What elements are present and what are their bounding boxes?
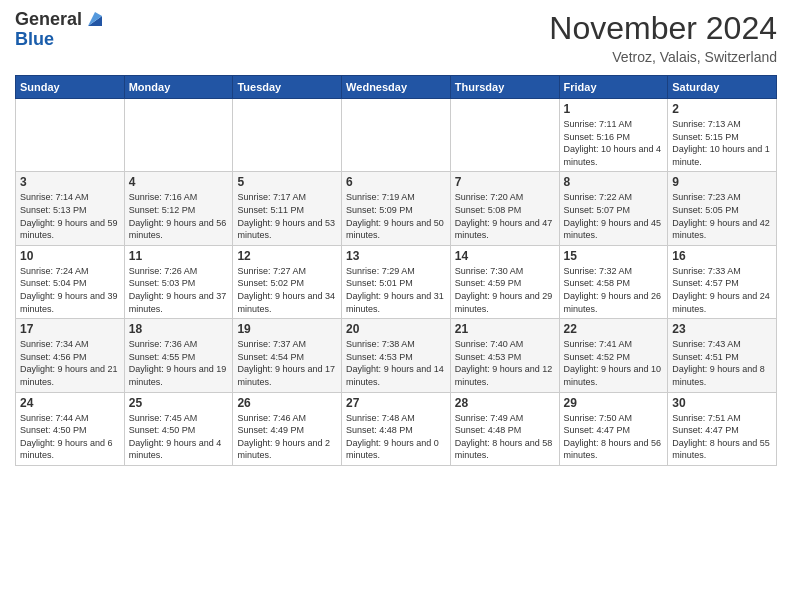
day-info: Sunrise: 7:36 AM Sunset: 4:55 PM Dayligh…	[129, 338, 229, 388]
page: General Blue November 2024 Vetroz, Valai…	[0, 0, 792, 612]
calendar-cell: 9Sunrise: 7:23 AM Sunset: 5:05 PM Daylig…	[668, 172, 777, 245]
logo-blue: Blue	[15, 30, 106, 50]
calendar-week-2: 3Sunrise: 7:14 AM Sunset: 5:13 PM Daylig…	[16, 172, 777, 245]
calendar-week-1: 1Sunrise: 7:11 AM Sunset: 5:16 PM Daylig…	[16, 99, 777, 172]
calendar-cell: 4Sunrise: 7:16 AM Sunset: 5:12 PM Daylig…	[124, 172, 233, 245]
calendar-cell: 22Sunrise: 7:41 AM Sunset: 4:52 PM Dayli…	[559, 319, 668, 392]
calendar-cell: 8Sunrise: 7:22 AM Sunset: 5:07 PM Daylig…	[559, 172, 668, 245]
day-info: Sunrise: 7:13 AM Sunset: 5:15 PM Dayligh…	[672, 118, 772, 168]
day-number: 3	[20, 175, 120, 189]
day-number: 18	[129, 322, 229, 336]
location: Vetroz, Valais, Switzerland	[549, 49, 777, 65]
day-info: Sunrise: 7:51 AM Sunset: 4:47 PM Dayligh…	[672, 412, 772, 462]
title-block: November 2024 Vetroz, Valais, Switzerlan…	[549, 10, 777, 65]
day-number: 8	[564, 175, 664, 189]
calendar-cell: 14Sunrise: 7:30 AM Sunset: 4:59 PM Dayli…	[450, 245, 559, 318]
logo: General Blue	[15, 10, 106, 50]
calendar-cell	[16, 99, 125, 172]
day-number: 12	[237, 249, 337, 263]
calendar-cell: 17Sunrise: 7:34 AM Sunset: 4:56 PM Dayli…	[16, 319, 125, 392]
day-number: 7	[455, 175, 555, 189]
day-info: Sunrise: 7:17 AM Sunset: 5:11 PM Dayligh…	[237, 191, 337, 241]
day-info: Sunrise: 7:43 AM Sunset: 4:51 PM Dayligh…	[672, 338, 772, 388]
day-number: 26	[237, 396, 337, 410]
day-info: Sunrise: 7:29 AM Sunset: 5:01 PM Dayligh…	[346, 265, 446, 315]
day-number: 28	[455, 396, 555, 410]
day-info: Sunrise: 7:23 AM Sunset: 5:05 PM Dayligh…	[672, 191, 772, 241]
logo-general: General	[15, 10, 82, 30]
header: General Blue November 2024 Vetroz, Valai…	[15, 10, 777, 65]
calendar-cell: 20Sunrise: 7:38 AM Sunset: 4:53 PM Dayli…	[342, 319, 451, 392]
calendar-cell: 21Sunrise: 7:40 AM Sunset: 4:53 PM Dayli…	[450, 319, 559, 392]
calendar-week-5: 24Sunrise: 7:44 AM Sunset: 4:50 PM Dayli…	[16, 392, 777, 465]
day-info: Sunrise: 7:16 AM Sunset: 5:12 PM Dayligh…	[129, 191, 229, 241]
col-tuesday: Tuesday	[233, 76, 342, 99]
calendar-cell: 19Sunrise: 7:37 AM Sunset: 4:54 PM Dayli…	[233, 319, 342, 392]
col-friday: Friday	[559, 76, 668, 99]
day-number: 30	[672, 396, 772, 410]
col-monday: Monday	[124, 76, 233, 99]
calendar-cell: 15Sunrise: 7:32 AM Sunset: 4:58 PM Dayli…	[559, 245, 668, 318]
calendar-cell: 24Sunrise: 7:44 AM Sunset: 4:50 PM Dayli…	[16, 392, 125, 465]
col-thursday: Thursday	[450, 76, 559, 99]
calendar-cell: 7Sunrise: 7:20 AM Sunset: 5:08 PM Daylig…	[450, 172, 559, 245]
calendar-cell: 29Sunrise: 7:50 AM Sunset: 4:47 PM Dayli…	[559, 392, 668, 465]
calendar-cell: 27Sunrise: 7:48 AM Sunset: 4:48 PM Dayli…	[342, 392, 451, 465]
day-info: Sunrise: 7:26 AM Sunset: 5:03 PM Dayligh…	[129, 265, 229, 315]
col-saturday: Saturday	[668, 76, 777, 99]
col-sunday: Sunday	[16, 76, 125, 99]
day-info: Sunrise: 7:46 AM Sunset: 4:49 PM Dayligh…	[237, 412, 337, 462]
day-number: 23	[672, 322, 772, 336]
day-number: 6	[346, 175, 446, 189]
day-info: Sunrise: 7:37 AM Sunset: 4:54 PM Dayligh…	[237, 338, 337, 388]
day-number: 16	[672, 249, 772, 263]
calendar-cell: 16Sunrise: 7:33 AM Sunset: 4:57 PM Dayli…	[668, 245, 777, 318]
day-info: Sunrise: 7:45 AM Sunset: 4:50 PM Dayligh…	[129, 412, 229, 462]
day-info: Sunrise: 7:22 AM Sunset: 5:07 PM Dayligh…	[564, 191, 664, 241]
day-info: Sunrise: 7:24 AM Sunset: 5:04 PM Dayligh…	[20, 265, 120, 315]
day-info: Sunrise: 7:38 AM Sunset: 4:53 PM Dayligh…	[346, 338, 446, 388]
day-info: Sunrise: 7:49 AM Sunset: 4:48 PM Dayligh…	[455, 412, 555, 462]
calendar-cell: 1Sunrise: 7:11 AM Sunset: 5:16 PM Daylig…	[559, 99, 668, 172]
day-number: 10	[20, 249, 120, 263]
calendar-cell: 25Sunrise: 7:45 AM Sunset: 4:50 PM Dayli…	[124, 392, 233, 465]
col-wednesday: Wednesday	[342, 76, 451, 99]
day-number: 15	[564, 249, 664, 263]
day-number: 5	[237, 175, 337, 189]
day-info: Sunrise: 7:34 AM Sunset: 4:56 PM Dayligh…	[20, 338, 120, 388]
day-info: Sunrise: 7:14 AM Sunset: 5:13 PM Dayligh…	[20, 191, 120, 241]
day-number: 17	[20, 322, 120, 336]
calendar-cell: 28Sunrise: 7:49 AM Sunset: 4:48 PM Dayli…	[450, 392, 559, 465]
day-info: Sunrise: 7:27 AM Sunset: 5:02 PM Dayligh…	[237, 265, 337, 315]
day-number: 29	[564, 396, 664, 410]
day-info: Sunrise: 7:19 AM Sunset: 5:09 PM Dayligh…	[346, 191, 446, 241]
calendar-cell: 13Sunrise: 7:29 AM Sunset: 5:01 PM Dayli…	[342, 245, 451, 318]
day-number: 4	[129, 175, 229, 189]
calendar-cell	[233, 99, 342, 172]
day-info: Sunrise: 7:50 AM Sunset: 4:47 PM Dayligh…	[564, 412, 664, 462]
day-number: 11	[129, 249, 229, 263]
calendar-cell: 10Sunrise: 7:24 AM Sunset: 5:04 PM Dayli…	[16, 245, 125, 318]
calendar-cell: 18Sunrise: 7:36 AM Sunset: 4:55 PM Dayli…	[124, 319, 233, 392]
calendar-cell: 11Sunrise: 7:26 AM Sunset: 5:03 PM Dayli…	[124, 245, 233, 318]
month-year: November 2024	[549, 10, 777, 47]
day-info: Sunrise: 7:48 AM Sunset: 4:48 PM Dayligh…	[346, 412, 446, 462]
calendar: Sunday Monday Tuesday Wednesday Thursday…	[15, 75, 777, 466]
calendar-cell	[124, 99, 233, 172]
day-info: Sunrise: 7:33 AM Sunset: 4:57 PM Dayligh…	[672, 265, 772, 315]
day-number: 21	[455, 322, 555, 336]
day-info: Sunrise: 7:41 AM Sunset: 4:52 PM Dayligh…	[564, 338, 664, 388]
calendar-cell: 5Sunrise: 7:17 AM Sunset: 5:11 PM Daylig…	[233, 172, 342, 245]
calendar-cell: 23Sunrise: 7:43 AM Sunset: 4:51 PM Dayli…	[668, 319, 777, 392]
day-info: Sunrise: 7:40 AM Sunset: 4:53 PM Dayligh…	[455, 338, 555, 388]
logo-icon	[84, 8, 106, 30]
day-info: Sunrise: 7:32 AM Sunset: 4:58 PM Dayligh…	[564, 265, 664, 315]
calendar-week-3: 10Sunrise: 7:24 AM Sunset: 5:04 PM Dayli…	[16, 245, 777, 318]
day-info: Sunrise: 7:30 AM Sunset: 4:59 PM Dayligh…	[455, 265, 555, 315]
calendar-cell: 26Sunrise: 7:46 AM Sunset: 4:49 PM Dayli…	[233, 392, 342, 465]
calendar-week-4: 17Sunrise: 7:34 AM Sunset: 4:56 PM Dayli…	[16, 319, 777, 392]
day-number: 9	[672, 175, 772, 189]
calendar-cell	[342, 99, 451, 172]
day-info: Sunrise: 7:11 AM Sunset: 5:16 PM Dayligh…	[564, 118, 664, 168]
day-number: 2	[672, 102, 772, 116]
